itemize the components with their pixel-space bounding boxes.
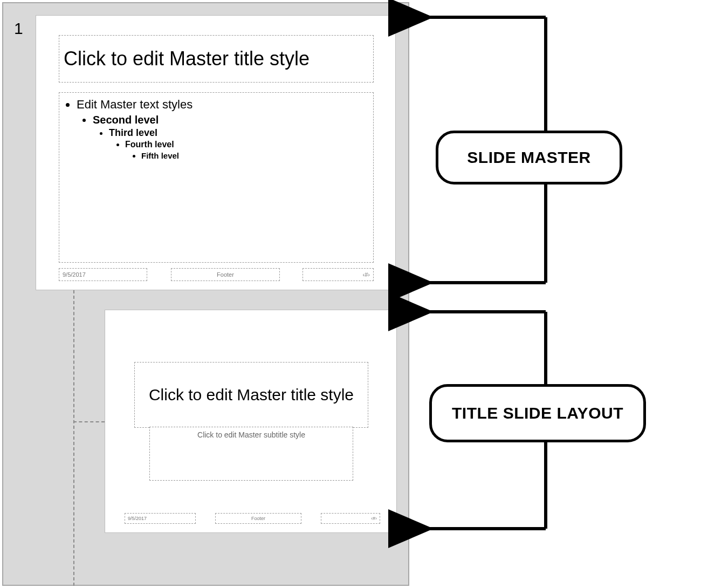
layout-subtitle-text: Click to edit Master subtitle style	[197, 430, 305, 439]
layout-footer-placeholder[interactable]: Footer	[215, 513, 301, 524]
layout-date-placeholder[interactable]: 9/5/2017	[125, 513, 196, 524]
master-body-placeholder[interactable]: Edit Master text styles Second level Thi…	[59, 92, 374, 263]
master-footer-placeholder[interactable]: Footer	[171, 268, 280, 281]
bullet-level-1: Edit Master text styles Second level Thi…	[77, 97, 369, 161]
bullet-level-3: Third level Fourth level Fifth level	[109, 127, 369, 161]
master-date-placeholder[interactable]: 9/5/2017	[59, 268, 147, 281]
tree-connector-vertical	[73, 290, 74, 588]
title-slide-layout-thumbnail[interactable]: Click to edit Master title style Click t…	[105, 310, 397, 533]
master-title-text: Click to edit Master title style	[64, 47, 310, 70]
layout-title-placeholder[interactable]: Click to edit Master title style	[134, 362, 368, 428]
layout-title-text: Click to edit Master title style	[149, 386, 354, 405]
layout-pagenum-placeholder[interactable]: ‹#›	[321, 513, 380, 524]
master-index: 1	[14, 19, 23, 38]
bullet-level-5: Fifth level	[141, 151, 369, 161]
master-pagenum-placeholder[interactable]: ‹#›	[303, 268, 374, 281]
bullet-level-2: Second level Third level Fourth level Fi…	[93, 113, 369, 161]
tree-connector-horizontal	[73, 421, 105, 422]
layout-subtitle-placeholder[interactable]: Click to edit Master subtitle style	[149, 427, 353, 481]
slide-panel: 1 Click to edit Master title style Edit …	[2, 2, 409, 586]
master-title-placeholder[interactable]: Click to edit Master title style	[59, 35, 374, 83]
slide-master-thumbnail[interactable]: Click to edit Master title style Edit Ma…	[36, 15, 396, 290]
callout-title-slide-layout: TITLE SLIDE LAYOUT	[429, 384, 646, 442]
callout-slide-master: SLIDE MASTER	[436, 131, 622, 184]
bullet-level-4: Fourth level Fifth level	[125, 139, 369, 161]
